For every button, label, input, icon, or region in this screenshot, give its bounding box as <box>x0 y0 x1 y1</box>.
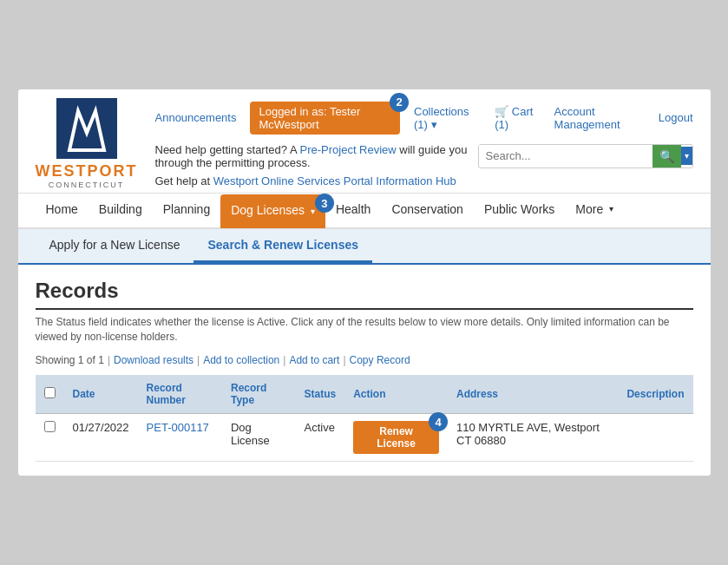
col-record-number: Record Number <box>138 375 222 414</box>
col-description: Description <box>618 375 692 414</box>
collections-link[interactable]: Collections (1) ▾ <box>414 105 481 131</box>
row-action: Renew License 4 <box>344 414 448 462</box>
col-action: Action <box>344 375 448 414</box>
record-number-link[interactable]: PET-000117 <box>147 421 209 434</box>
showing-count: Showing 1 of 1 <box>36 354 104 366</box>
nav-health[interactable]: Health <box>325 194 381 227</box>
help-text: Need help getting started? A Pre-Project… <box>155 143 478 169</box>
logo: WESTPORT CONNECTICUT <box>36 98 138 189</box>
search-button[interactable]: 🔍 <box>653 145 681 168</box>
main-nav: Home Building Planning Dog Licenses ▾ 3 … <box>18 193 711 229</box>
sub-nav-search-renew[interactable]: Search & Renew Licenses <box>193 229 372 263</box>
search-box: 🔍 ▾ <box>478 144 693 168</box>
row-date: 01/27/2022 <box>64 414 138 462</box>
sub-nav: Apply for a New License Search & Renew L… <box>18 229 711 265</box>
select-all-checkbox[interactable] <box>44 387 56 398</box>
page-title: Records <box>36 279 693 310</box>
table-row: 01/27/2022 PET-000117 Dog License Active… <box>36 414 693 462</box>
col-address: Address <box>448 375 618 414</box>
step-2-badge: 2 <box>390 93 409 112</box>
add-to-cart-link[interactable]: Add to cart <box>289 354 339 366</box>
select-all-header <box>36 375 64 414</box>
hub-link[interactable]: Westport Online Services Portal Informat… <box>213 174 456 187</box>
records-table: Date Record Number Record Type Status Ac… <box>36 375 693 462</box>
download-results-link[interactable]: Download results <box>114 354 193 366</box>
row-status: Active <box>296 414 345 462</box>
row-record-number: PET-000117 <box>138 414 222 462</box>
search-dropdown-button[interactable]: ▾ <box>681 147 692 165</box>
nav-building[interactable]: Building <box>89 194 153 227</box>
logged-in-badge[interactable]: Logged in as: Tester McWestport <box>250 102 400 135</box>
step-4-badge: 4 <box>429 412 448 431</box>
nav-public-works[interactable]: Public Works <box>474 194 565 227</box>
records-description: The Status field indicates whether the l… <box>36 315 693 345</box>
logo-city: WESTPORT <box>36 162 138 181</box>
nav-dog-licenses[interactable]: Dog Licenses ▾ <box>220 194 325 228</box>
pre-project-link[interactable]: Pre-Project Review <box>299 143 396 156</box>
results-bar: Showing 1 of 1 | Download results | Add … <box>36 354 693 366</box>
nav-conservation[interactable]: Conservation <box>381 194 474 227</box>
logo-state: CONNECTICUT <box>36 181 138 189</box>
sub-nav-apply[interactable]: Apply for a New License <box>36 229 194 263</box>
col-date: Date <box>64 375 138 414</box>
nav-home[interactable]: Home <box>36 194 89 227</box>
cart-link[interactable]: 🛒 Cart (1) <box>495 105 540 131</box>
nav-more[interactable]: More ▾ <box>565 194 624 227</box>
search-input[interactable] <box>479 145 653 167</box>
row-description <box>618 414 692 462</box>
row-record-type: Dog License <box>222 414 296 462</box>
row-checkbox <box>36 414 64 462</box>
col-status: Status <box>296 375 345 414</box>
help-bar: Get help at Westport Online Services Por… <box>155 174 693 193</box>
renew-license-button[interactable]: Renew License <box>353 421 439 454</box>
col-record-type: Record Type <box>222 375 296 414</box>
announcements-link[interactable]: Announcements <box>155 111 237 124</box>
nav-planning[interactable]: Planning <box>153 194 221 227</box>
content-area: Records The Status field indicates wheth… <box>18 265 711 476</box>
row-address: 110 MYRTLE AVE, Westport CT 06880 <box>448 414 618 462</box>
logout-link[interactable]: Logout <box>659 111 693 124</box>
svg-marker-0 <box>69 111 104 150</box>
copy-record-link[interactable]: Copy Record <box>350 354 410 366</box>
add-collection-link[interactable]: Add to collection <box>203 354 279 366</box>
row-select-checkbox[interactable] <box>44 421 56 432</box>
step-3-badge: 3 <box>315 194 334 213</box>
account-management-link[interactable]: Account Management <box>554 105 645 131</box>
logo-box <box>56 98 117 159</box>
